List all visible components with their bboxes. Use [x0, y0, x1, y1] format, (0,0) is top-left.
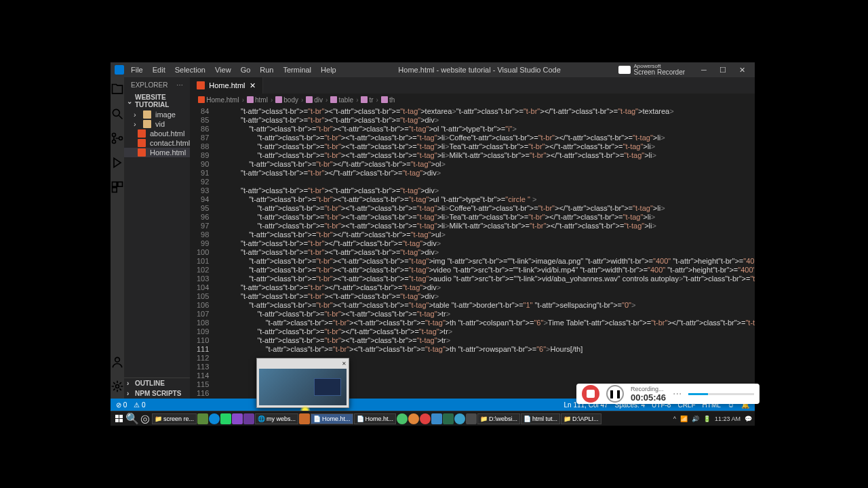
- taskbar-thumbnail-preview[interactable]: ✕: [256, 358, 349, 408]
- account-icon[interactable]: [111, 355, 124, 369]
- explorer-sidebar: EXPLORER ⋯ ⌄WEBSITE TUTORIAL ›image ›vid…: [124, 77, 190, 399]
- vscode-window: File Edit Selection View Go Run Terminal…: [111, 62, 755, 411]
- activity-bar: [111, 77, 124, 399]
- svg-point-0: [113, 109, 119, 116]
- recorder-progress: [688, 393, 754, 395]
- search-icon[interactable]: 🔍: [126, 413, 138, 424]
- menu-help[interactable]: Help: [317, 64, 340, 75]
- taskbar-app[interactable]: 📄Home.ht...: [311, 413, 353, 424]
- tray-wifi-icon[interactable]: 📶: [680, 415, 688, 422]
- taskbar-app[interactable]: 📄html tut...: [521, 413, 560, 424]
- task-view-icon[interactable]: ◎: [139, 413, 151, 424]
- menu-go[interactable]: Go: [237, 64, 255, 75]
- svg-rect-6: [118, 182, 123, 187]
- menu-file[interactable]: File: [127, 64, 147, 75]
- recorder-stop-button[interactable]: [582, 385, 599, 403]
- windows-taskbar: 🔍 ◎ 📁screen re... 🌐my webs... 📄Home.ht..…: [111, 411, 755, 426]
- recorder-status: Recording...: [631, 386, 666, 392]
- vscode-icon: [115, 65, 124, 75]
- svg-point-8: [115, 357, 120, 362]
- tab-home-html[interactable]: Home.html ✕: [190, 77, 262, 94]
- explorer-title: EXPLORER: [131, 81, 167, 89]
- status-warnings[interactable]: ⚠ 0: [134, 401, 145, 409]
- sidebar-item-image[interactable]: ›image: [124, 110, 190, 119]
- svg-point-9: [116, 385, 119, 388]
- apowersoft-overlay: Apowersoft Screen Recorder: [618, 64, 685, 76]
- search-icon[interactable]: [111, 107, 124, 121]
- close-button[interactable]: ✕: [734, 66, 751, 74]
- maximize-button[interactable]: ☐: [714, 66, 732, 74]
- recorder-pause-button[interactable]: ❚❚: [606, 385, 624, 403]
- recorder-time: 00:05:46: [631, 392, 666, 403]
- settings-icon[interactable]: [111, 380, 124, 393]
- svg-rect-11: [119, 415, 123, 418]
- status-errors[interactable]: ⊘ 0: [116, 401, 127, 409]
- menu-view[interactable]: View: [211, 64, 235, 75]
- menu-bar: File Edit Selection View Go Run Terminal…: [127, 64, 340, 75]
- recorder-widget: ❚❚ Recording... 00:05:46 ···: [576, 384, 760, 404]
- svg-point-4: [119, 137, 123, 140]
- thumbnail-close-icon[interactable]: ✕: [342, 361, 347, 367]
- tray-volume-icon[interactable]: 🔊: [692, 415, 699, 422]
- window-controls: ─ ☐ ✕: [696, 66, 751, 75]
- sidebar-item-home[interactable]: Home.html: [124, 148, 190, 157]
- menu-edit[interactable]: Edit: [149, 64, 170, 75]
- svg-rect-10: [115, 415, 119, 418]
- minimize-button[interactable]: ─: [696, 66, 712, 74]
- svg-rect-7: [113, 188, 117, 192]
- svg-rect-5: [113, 182, 117, 187]
- explorer-icon[interactable]: [111, 83, 124, 96]
- sidebar-item-about[interactable]: about.html: [124, 129, 190, 138]
- npm-scripts-section[interactable]: ›NPM SCRIPTS: [124, 388, 190, 399]
- svg-point-3: [113, 140, 116, 144]
- outline-section[interactable]: ›OUTLINE: [124, 378, 190, 388]
- sidebar-item-vid[interactable]: ›vid: [124, 119, 190, 129]
- source-control-icon[interactable]: [111, 131, 124, 145]
- sidebar-item-contact[interactable]: contact.html: [124, 138, 190, 148]
- folder-root[interactable]: ⌄WEBSITE TUTORIAL: [124, 92, 190, 110]
- svg-line-1: [119, 116, 123, 119]
- tab-close-icon[interactable]: ✕: [250, 81, 256, 90]
- tray-chevron-icon[interactable]: ^: [673, 415, 676, 422]
- html-file-icon: [197, 81, 205, 89]
- editor-area: Home.html ✕ Home.html› html› body› div› …: [190, 77, 755, 399]
- svg-rect-13: [119, 419, 123, 422]
- taskbar-app[interactable]: 📁D:\websi...: [477, 413, 520, 424]
- explorer-more-icon[interactable]: ⋯: [176, 81, 183, 89]
- editor-content[interactable]: 8485868788899091929394959697989910010110…: [190, 106, 755, 399]
- tray-clock[interactable]: 11:23 AM: [715, 415, 741, 422]
- menu-terminal[interactable]: Terminal: [279, 64, 316, 75]
- taskbar-app[interactable]: 🌐my webs...: [255, 413, 298, 424]
- debug-icon[interactable]: [111, 156, 124, 169]
- menu-run[interactable]: Run: [256, 64, 277, 75]
- extensions-icon[interactable]: [111, 180, 124, 194]
- titlebar: File Edit Selection View Go Run Terminal…: [111, 62, 755, 77]
- line-numbers: 8485868788899091929394959697989910010110…: [190, 106, 216, 399]
- svg-point-2: [113, 134, 116, 137]
- code-area[interactable]: "t-attr">class"t-br">="t-br"><"t-attr">c…: [216, 106, 755, 399]
- taskbar-app[interactable]: 📄Home.ht...: [354, 413, 397, 424]
- camera-icon: [618, 66, 631, 74]
- svg-rect-12: [115, 419, 119, 422]
- start-button[interactable]: [113, 413, 125, 424]
- window-title: Home.html - website tutorial - Visual St…: [398, 66, 560, 74]
- tray-notifications-icon[interactable]: 💬: [745, 415, 752, 422]
- menu-selection[interactable]: Selection: [171, 64, 210, 75]
- tray-battery-icon[interactable]: 🔋: [703, 415, 711, 422]
- taskbar-app[interactable]: 📁D:\APLI...: [561, 413, 601, 424]
- breadcrumb[interactable]: Home.html› html› body› div› table› tr› t…: [190, 94, 755, 106]
- taskbar-app[interactable]: 📁screen re...: [152, 413, 197, 424]
- tab-bar: Home.html ✕: [190, 77, 755, 94]
